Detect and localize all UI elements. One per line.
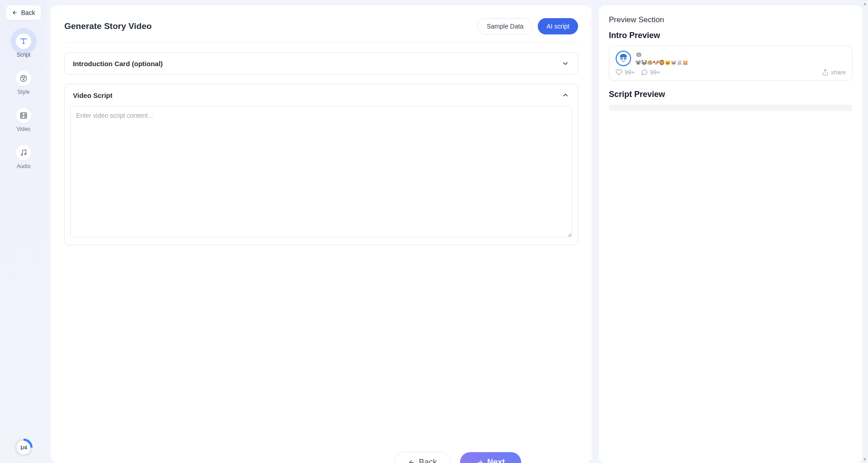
emoji-icon: 🐱 <box>665 60 670 65</box>
intro-card-title: Introduction Card (optional) <box>73 60 163 68</box>
script-preview-placeholder <box>609 105 853 111</box>
verified-icon <box>636 52 642 58</box>
emoji-icon: 🐭 <box>671 60 676 65</box>
palette-icon <box>16 71 31 86</box>
bottom-nav: Back Next <box>394 452 521 463</box>
intro-preview-title: Intro Preview <box>609 31 853 40</box>
emoji-icon: 🐶 <box>653 60 659 65</box>
chevron-down-icon <box>561 59 569 68</box>
scrollbar[interactable]: ▲ ▼ <box>863 0 867 463</box>
likes-stat: 99+ <box>616 69 635 76</box>
main-panel: Generate Story Video Sample Data AI scri… <box>51 5 592 463</box>
main-header: Generate Story Video Sample Data AI scri… <box>64 18 578 43</box>
page-title: Generate Story Video <box>64 21 152 31</box>
nav-next-button[interactable]: Next <box>460 452 521 463</box>
svg-point-1 <box>22 77 23 78</box>
arrow-right-icon <box>477 459 484 463</box>
text-icon <box>16 34 31 49</box>
step-video[interactable]: Video <box>5 108 42 132</box>
step-script[interactable]: Script <box>5 34 42 58</box>
emoji-row: 🐨 🐼 🐵 🐶 🦁 🐱 🐭 🐰 🐹 <box>636 60 688 65</box>
avatar <box>616 51 631 66</box>
step-audio[interactable]: Audio <box>5 145 42 169</box>
share-icon <box>822 69 829 76</box>
emoji-icon: 🐨 <box>636 60 641 65</box>
heart-icon <box>616 69 622 76</box>
back-label: Back <box>21 9 35 16</box>
scroll-up-icon[interactable]: ▲ <box>863 1 867 6</box>
chevron-up-icon <box>561 91 569 99</box>
step-label: Script <box>17 52 31 58</box>
video-script-input[interactable] <box>70 106 572 237</box>
preview-section-title: Preview Section <box>609 15 853 24</box>
intro-preview-card: 🐨 🐼 🐵 🐶 🦁 🐱 🐭 🐰 🐹 <box>609 46 853 81</box>
intro-card-section: Introduction Card (optional) <box>64 52 578 75</box>
scroll-down-icon[interactable]: ▼ <box>863 457 867 462</box>
step-style[interactable]: Style <box>5 71 42 95</box>
video-script-title: Video Script <box>73 92 112 99</box>
svg-point-2 <box>24 77 25 78</box>
back-button[interactable]: Back <box>6 5 40 20</box>
progress-indicator: 1/4 <box>14 439 33 457</box>
nav-back-button[interactable]: Back <box>394 452 451 463</box>
preview-panel: Preview Section Intro Preview 🐨 🐼 <box>599 5 863 463</box>
content-area: Generate Story Video Sample Data AI scri… <box>47 0 868 463</box>
step-label: Video <box>17 126 30 132</box>
svg-point-10 <box>621 58 622 59</box>
arrow-left-icon <box>12 10 18 16</box>
step-label: Style <box>18 89 30 95</box>
emoji-icon: 🐰 <box>677 60 682 65</box>
arrow-left-icon <box>408 459 415 463</box>
video-script-section: Video Script <box>64 84 578 245</box>
ai-script-button[interactable]: AI script <box>538 18 578 34</box>
header-actions: Sample Data AI script <box>477 18 578 34</box>
emoji-icon: 🐵 <box>647 60 653 65</box>
svg-point-3 <box>23 79 24 80</box>
sample-data-button[interactable]: Sample Data <box>477 18 532 34</box>
emoji-icon: 🦁 <box>659 60 665 65</box>
video-script-header[interactable]: Video Script <box>65 84 578 106</box>
comments-stat: 99+ <box>641 69 660 76</box>
svg-point-0 <box>20 75 27 82</box>
comment-icon <box>641 69 648 76</box>
step-label: Audio <box>17 163 31 169</box>
svg-point-5 <box>21 154 23 155</box>
sidebar: Back Script Style Video Audio <box>0 0 47 463</box>
emoji-icon: 🐹 <box>683 60 688 65</box>
progress-text: 1/4 <box>20 445 27 450</box>
script-preview-title: Script Preview <box>609 90 853 99</box>
share-button[interactable]: share <box>822 69 846 76</box>
intro-footer: 99+ 99+ share <box>616 69 846 76</box>
intro-card-header[interactable]: Introduction Card (optional) <box>65 53 578 74</box>
svg-point-6 <box>24 154 26 155</box>
emoji-icon: 🐼 <box>641 60 647 65</box>
film-icon <box>16 108 31 123</box>
music-icon <box>16 145 31 160</box>
svg-point-11 <box>625 58 626 59</box>
